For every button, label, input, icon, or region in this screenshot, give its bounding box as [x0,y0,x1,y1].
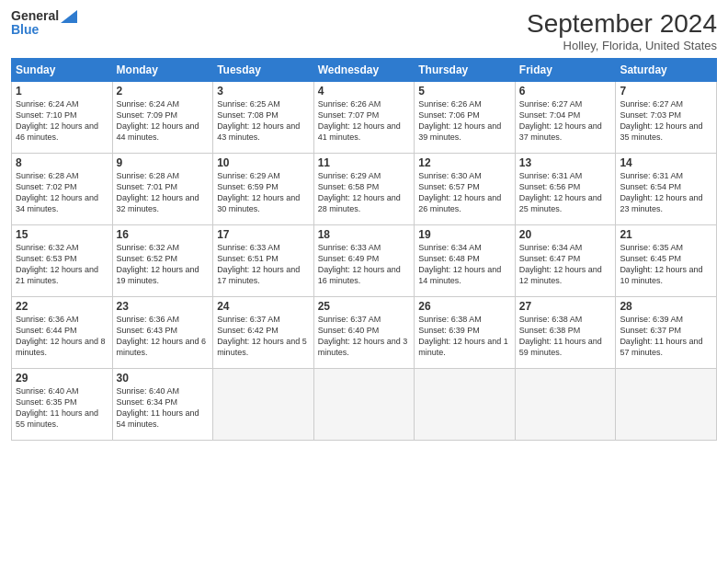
calendar-week-row: 15 Sunrise: 6:32 AM Sunset: 6:53 PM Dayl… [12,225,717,297]
table-row: 29 Sunrise: 6:40 AM Sunset: 6:35 PM Dayl… [12,369,113,441]
table-row: 9 Sunrise: 6:28 AM Sunset: 7:01 PM Dayli… [112,154,213,225]
day-number: 7 [620,85,712,98]
day-info: Sunrise: 6:28 AM Sunset: 7:01 PM Dayligh… [117,170,210,215]
table-row: 14 Sunrise: 6:31 AM Sunset: 6:54 PM Dayl… [616,154,717,225]
col-friday: Friday [515,59,616,82]
table-row: 24 Sunrise: 6:37 AM Sunset: 6:42 PM Dayl… [213,297,314,369]
day-info: Sunrise: 6:37 AM Sunset: 6:42 PM Dayligh… [217,314,310,359]
day-info: Sunrise: 6:29 AM Sunset: 6:58 PM Dayligh… [318,170,411,215]
col-sunday: Sunday [12,59,113,82]
day-number: 27 [519,300,612,313]
svg-marker-0 [61,10,77,23]
col-saturday: Saturday [616,59,717,82]
day-info: Sunrise: 6:28 AM Sunset: 7:02 PM Dayligh… [16,170,108,215]
col-monday: Monday [112,59,213,82]
table-row [515,369,616,441]
day-info: Sunrise: 6:32 AM Sunset: 6:53 PM Dayligh… [16,242,108,287]
day-number: 29 [16,372,108,385]
day-info: Sunrise: 6:35 AM Sunset: 6:45 PM Dayligh… [620,242,712,287]
table-row: 7 Sunrise: 6:27 AM Sunset: 7:03 PM Dayli… [616,82,717,154]
day-number: 15 [16,228,108,241]
table-row: 20 Sunrise: 6:34 AM Sunset: 6:47 PM Dayl… [515,225,616,297]
col-tuesday: Tuesday [213,59,314,82]
table-row [616,369,717,441]
table-row: 16 Sunrise: 6:32 AM Sunset: 6:52 PM Dayl… [112,225,213,297]
day-info: Sunrise: 6:31 AM Sunset: 6:54 PM Dayligh… [620,170,712,215]
table-row [313,369,415,441]
table-row: 8 Sunrise: 6:28 AM Sunset: 7:02 PM Dayli… [12,154,113,225]
table-row: 28 Sunrise: 6:39 AM Sunset: 6:37 PM Dayl… [616,297,717,369]
day-number: 12 [418,156,511,169]
day-info: Sunrise: 6:36 AM Sunset: 6:43 PM Dayligh… [117,314,210,359]
day-info: Sunrise: 6:36 AM Sunset: 6:44 PM Dayligh… [16,314,108,359]
day-info: Sunrise: 6:33 AM Sunset: 6:51 PM Dayligh… [217,242,310,287]
calendar-table: Sunday Monday Tuesday Wednesday Thursday… [11,58,717,441]
day-number: 9 [117,156,210,169]
day-number: 19 [418,228,511,241]
day-number: 23 [117,300,210,313]
day-number: 2 [117,85,210,98]
day-number: 24 [217,300,310,313]
day-number: 21 [620,228,712,241]
header: General Blue September 2024 Holley, Flor… [11,9,717,52]
month-title: September 2024 [527,9,717,39]
day-info: Sunrise: 6:27 AM Sunset: 7:04 PM Dayligh… [519,98,612,144]
day-info: Sunrise: 6:31 AM Sunset: 6:56 PM Dayligh… [519,170,612,215]
location: Holley, Florida, United States [527,39,717,52]
table-row: 11 Sunrise: 6:29 AM Sunset: 6:58 PM Dayl… [313,154,415,225]
table-row: 13 Sunrise: 6:31 AM Sunset: 6:56 PM Dayl… [515,154,616,225]
table-row: 21 Sunrise: 6:35 AM Sunset: 6:45 PM Dayl… [616,225,717,297]
col-wednesday: Wednesday [313,59,415,82]
day-number: 1 [16,85,108,98]
table-row: 3 Sunrise: 6:25 AM Sunset: 7:08 PM Dayli… [213,82,314,154]
day-number: 4 [318,85,411,98]
table-row: 25 Sunrise: 6:37 AM Sunset: 6:40 PM Dayl… [313,297,415,369]
table-row: 18 Sunrise: 6:33 AM Sunset: 6:49 PM Dayl… [313,225,415,297]
day-info: Sunrise: 6:33 AM Sunset: 6:49 PM Dayligh… [318,242,411,287]
table-row [213,369,314,441]
day-info: Sunrise: 6:39 AM Sunset: 6:37 PM Dayligh… [620,314,712,359]
day-number: 25 [318,300,411,313]
day-info: Sunrise: 6:29 AM Sunset: 6:59 PM Dayligh… [217,170,310,215]
table-row: 17 Sunrise: 6:33 AM Sunset: 6:51 PM Dayl… [213,225,314,297]
calendar-week-row: 22 Sunrise: 6:36 AM Sunset: 6:44 PM Dayl… [12,297,717,369]
logo: General Blue [11,9,77,38]
table-row: 26 Sunrise: 6:38 AM Sunset: 6:39 PM Dayl… [415,297,516,369]
table-row: 4 Sunrise: 6:26 AM Sunset: 7:07 PM Dayli… [313,82,415,154]
table-row: 6 Sunrise: 6:27 AM Sunset: 7:04 PM Dayli… [515,82,616,154]
day-info: Sunrise: 6:25 AM Sunset: 7:08 PM Dayligh… [217,98,310,144]
col-thursday: Thursday [415,59,516,82]
day-info: Sunrise: 6:34 AM Sunset: 6:47 PM Dayligh… [519,242,612,287]
day-number: 3 [217,85,310,98]
day-number: 5 [418,85,511,98]
day-number: 28 [620,300,712,313]
day-info: Sunrise: 6:32 AM Sunset: 6:52 PM Dayligh… [117,242,210,287]
day-number: 6 [519,85,612,98]
day-number: 10 [217,156,310,169]
calendar-week-row: 1 Sunrise: 6:24 AM Sunset: 7:10 PM Dayli… [12,82,717,154]
day-number: 14 [620,156,712,169]
table-row [415,369,516,441]
day-info: Sunrise: 6:26 AM Sunset: 7:06 PM Dayligh… [418,98,511,144]
day-number: 16 [117,228,210,241]
day-info: Sunrise: 6:37 AM Sunset: 6:40 PM Dayligh… [318,314,411,359]
table-row: 1 Sunrise: 6:24 AM Sunset: 7:10 PM Dayli… [12,82,113,154]
table-row: 5 Sunrise: 6:26 AM Sunset: 7:06 PM Dayli… [415,82,516,154]
day-info: Sunrise: 6:26 AM Sunset: 7:07 PM Dayligh… [318,98,411,144]
day-info: Sunrise: 6:24 AM Sunset: 7:10 PM Dayligh… [16,98,108,144]
day-info: Sunrise: 6:38 AM Sunset: 6:39 PM Dayligh… [418,314,511,359]
day-number: 26 [418,300,511,313]
day-number: 13 [519,156,612,169]
day-number: 11 [318,156,411,169]
table-row: 2 Sunrise: 6:24 AM Sunset: 7:09 PM Dayli… [112,82,213,154]
day-number: 8 [16,156,108,169]
table-row: 19 Sunrise: 6:34 AM Sunset: 6:48 PM Dayl… [415,225,516,297]
title-area: September 2024 Holley, Florida, United S… [527,9,717,52]
day-info: Sunrise: 6:40 AM Sunset: 6:35 PM Dayligh… [16,385,108,431]
table-row: 15 Sunrise: 6:32 AM Sunset: 6:53 PM Dayl… [12,225,113,297]
day-number: 18 [318,228,411,241]
table-row: 12 Sunrise: 6:30 AM Sunset: 6:57 PM Dayl… [415,154,516,225]
table-row: 27 Sunrise: 6:38 AM Sunset: 6:38 PM Dayl… [515,297,616,369]
table-row: 10 Sunrise: 6:29 AM Sunset: 6:59 PM Dayl… [213,154,314,225]
day-info: Sunrise: 6:40 AM Sunset: 6:34 PM Dayligh… [117,385,210,431]
